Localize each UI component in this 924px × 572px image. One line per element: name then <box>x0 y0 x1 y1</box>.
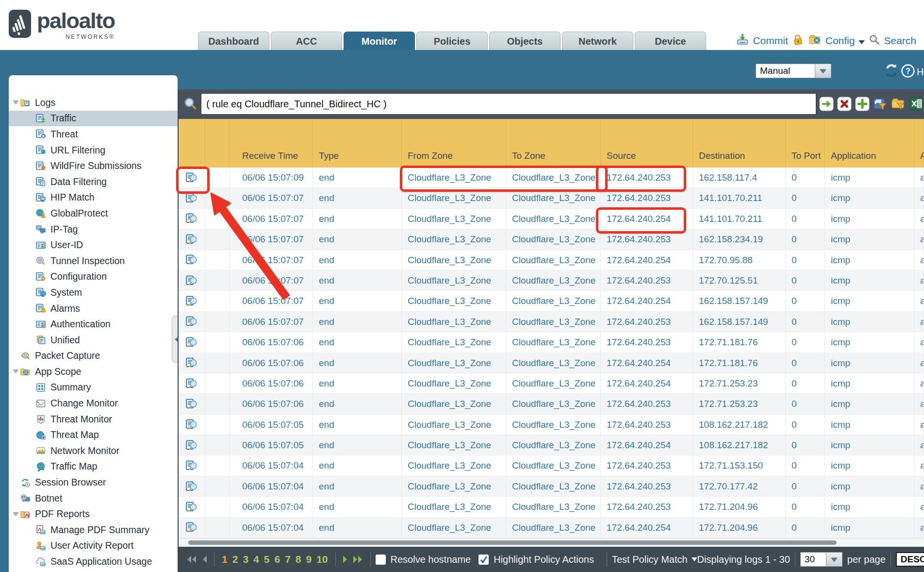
tab-monitor[interactable]: Monitor <box>344 32 415 50</box>
cell-from-zone[interactable]: Cloudflare_L3_Zone <box>402 435 506 455</box>
cell-destination[interactable]: 172.71.204.96 <box>693 518 786 538</box>
cell-to-zone[interactable]: Cloudflare_L3_Zone <box>506 209 601 229</box>
sidebar-item-tunnel-inspection[interactable]: Tunnel Inspection <box>9 253 178 269</box>
cell-destination[interactable]: 172.71.153.150 <box>693 455 786 475</box>
cell-to-port[interactable]: 0 <box>786 415 825 435</box>
cell-destination[interactable]: 172.70.125.51 <box>693 270 786 290</box>
column-header-spacer[interactable] <box>205 119 230 168</box>
cell-type[interactable]: end <box>313 394 402 414</box>
cell-receive-time[interactable]: 06/06 15:07:04 <box>230 497 313 517</box>
sidebar-item-system[interactable]: System <box>9 285 178 301</box>
cell-to-zone[interactable]: Cloudflare_L3_Zone <box>506 250 601 270</box>
per-page-arrow-icon[interactable] <box>826 552 842 567</box>
cell-type[interactable]: end <box>313 188 402 208</box>
sidebar-item-packet-capture[interactable]: Packet Capture <box>9 348 178 364</box>
log-detail-icon[interactable] <box>185 481 198 492</box>
cell-source[interactable]: 172.64.240.254 <box>601 518 693 538</box>
cell-destination[interactable]: 172.71.204.96 <box>693 497 786 517</box>
tab-acc[interactable]: ACC <box>271 32 342 50</box>
log-detail-icon[interactable] <box>185 254 198 265</box>
export-icon[interactable] <box>909 97 924 111</box>
sidebar-item-botnet[interactable]: Botnet <box>9 490 178 506</box>
column-header-to-port[interactable]: To Port <box>786 119 825 168</box>
cell-to-port[interactable]: 0 <box>786 435 825 455</box>
cell-to-zone[interactable]: Cloudflare_L3_Zone <box>506 270 601 290</box>
cell-source[interactable]: 172.64.240.254 <box>601 353 693 373</box>
sidebar-item-alarms[interactable]: Alarms <box>9 301 178 317</box>
cell-destination[interactable]: 172.71.253.23 <box>693 394 786 414</box>
cell-from-zone[interactable]: Cloudflare_L3_Zone <box>402 250 506 270</box>
cell-to-port[interactable]: 0 <box>786 332 825 352</box>
horizontal-scrollbar[interactable] <box>179 538 924 547</box>
cell-destination[interactable]: 172.70.95.88 <box>693 250 786 270</box>
load-filter-icon[interactable] <box>891 97 906 111</box>
cell-application[interactable]: icmp <box>825 250 914 270</box>
cell-receive-time[interactable]: 06/06 15:07:06 <box>230 373 313 393</box>
column-header-destination[interactable]: Destination <box>693 119 786 168</box>
sidebar-item-saas-application-usage[interactable]: SaaS Application Usage <box>9 554 178 570</box>
cell-type[interactable]: end <box>313 312 402 332</box>
cell-receive-time[interactable]: 06/06 15:07:09 <box>230 168 313 187</box>
cell-receive-time[interactable]: 06/06 15:07:06 <box>230 332 313 352</box>
log-detail-icon[interactable] <box>185 316 198 327</box>
cell-application[interactable]: icmp <box>825 332 914 352</box>
cell-to-port[interactable]: 0 <box>786 270 825 290</box>
page-number-8[interactable]: 8 <box>296 554 301 565</box>
cell-to-zone[interactable]: Cloudflare_L3_Zone <box>506 353 601 373</box>
cell-receive-time[interactable]: 06/06 15:07:07 <box>230 229 313 249</box>
cell-source[interactable]: 172.64.240.253 <box>601 476 693 496</box>
expander-icon[interactable] <box>13 512 20 517</box>
tab-network[interactable]: Network <box>562 32 633 50</box>
sort-order-value[interactable]: DESC <box>896 552 924 567</box>
tab-objects[interactable]: Objects <box>489 32 561 50</box>
cell-receive-time[interactable]: 06/06 15:07:07 <box>230 250 313 270</box>
cell-action[interactable]: a <box>914 476 924 496</box>
chevron-down-icon[interactable] <box>858 35 865 47</box>
cell-type[interactable]: end <box>313 373 402 393</box>
cell-receive-time[interactable]: 06/06 15:07:07 <box>230 291 313 311</box>
cell-from-zone[interactable]: Cloudflare_L3_Zone <box>402 497 506 517</box>
cell-type[interactable]: end <box>313 168 402 187</box>
cell-action[interactable]: a <box>914 394 924 414</box>
lock-icon[interactable] <box>792 34 805 48</box>
sidebar-item-pdf-reports[interactable]: PDF Reports <box>9 506 178 522</box>
sidebar-item-session-browser[interactable]: Session Browser <box>9 474 178 490</box>
cell-application[interactable]: icmp <box>825 518 914 538</box>
log-detail-icon[interactable] <box>185 378 198 389</box>
per-page-value[interactable]: 30 <box>800 552 826 567</box>
next-page-icon[interactable] <box>343 555 349 564</box>
sidebar-item-ip-tag[interactable]: IP-Tag <box>9 221 178 237</box>
log-detail-icon[interactable] <box>185 296 198 306</box>
cell-action[interactable]: a <box>914 312 924 332</box>
cell-from-zone[interactable]: Cloudflare_L3_Zone <box>402 455 506 475</box>
sidebar-item-threat-map[interactable]: Threat Map <box>9 427 178 443</box>
cell-receive-time[interactable]: 06/06 15:07:06 <box>230 394 313 414</box>
expander-icon[interactable] <box>13 369 20 374</box>
cell-type[interactable]: end <box>313 291 402 311</box>
cell-action[interactable]: a <box>914 373 924 393</box>
cell-to-zone[interactable]: Cloudflare_L3_Zone <box>506 415 601 435</box>
cell-receive-time[interactable]: 06/06 15:07:05 <box>230 415 313 435</box>
per-page-select[interactable]: 30 <box>800 552 842 567</box>
log-detail-icon[interactable] <box>185 213 198 224</box>
help-link[interactable]: ? Help <box>901 64 924 81</box>
cell-action[interactable]: a <box>914 168 924 187</box>
resolve-hostname-checkbox[interactable] <box>376 555 386 565</box>
cell-action[interactable]: a <box>914 270 924 290</box>
cell-destination[interactable]: 108.162.217.182 <box>693 415 786 435</box>
cell-action[interactable]: a <box>914 332 924 352</box>
cell-from-zone[interactable]: Cloudflare_L3_Zone <box>402 229 506 249</box>
cell-to-zone[interactable]: Cloudflare_L3_Zone <box>506 188 601 208</box>
cell-type[interactable]: end <box>313 332 402 352</box>
column-header-to-zone[interactable]: To Zone <box>506 119 601 168</box>
cell-type[interactable]: end <box>313 476 402 496</box>
cell-to-port[interactable]: 0 <box>786 353 825 373</box>
column-header-type[interactable]: Type <box>313 119 402 168</box>
cell-destination[interactable]: 172.71.253.23 <box>693 373 786 393</box>
cell-source[interactable]: 172.64.240.253 <box>601 188 693 208</box>
cell-receive-time[interactable]: 06/06 15:07:07 <box>230 270 313 290</box>
cell-to-port[interactable]: 0 <box>786 373 825 393</box>
cell-action[interactable]: a <box>914 291 924 311</box>
cell-from-zone[interactable]: Cloudflare_L3_Zone <box>402 209 506 229</box>
cell-from-zone[interactable]: Cloudflare_L3_Zone <box>402 291 506 311</box>
